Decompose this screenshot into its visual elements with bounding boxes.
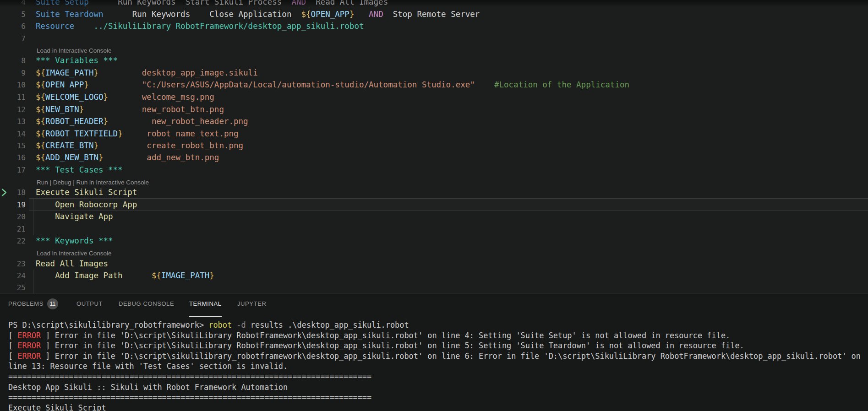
panel-tab-debug-console[interactable]: DEBUG CONSOLE xyxy=(119,294,174,316)
code-text[interactable]: ${WELCOME_LOGO} welcome_msg.png xyxy=(36,91,214,103)
problems-badge: 11 xyxy=(47,298,58,309)
code-line: 15${CREATE_BTN} create_robot_btn.png xyxy=(0,140,868,152)
code-text[interactable]: *** Keywords *** xyxy=(36,235,113,247)
code-text[interactable]: Navigate App xyxy=(36,211,113,223)
line-number: 21 xyxy=(0,223,26,235)
line-number: 8 xyxy=(0,54,26,67)
code-line: 24 Add Image Path ${IMAGE_PATH} xyxy=(0,270,868,282)
code-line: 13${ROBOT_HEADER} new_robot_header.png xyxy=(0,115,868,128)
code-line: 14${ROBOT_TEXTFIELD} robot_name_text.png xyxy=(0,128,868,140)
code-text[interactable]: ${IMAGE_PATH} desktop_app_image.sikuli xyxy=(36,67,258,79)
line-number: 16 xyxy=(0,151,26,164)
code-text[interactable]: *** Variables *** xyxy=(36,54,118,67)
code-text[interactable]: Open Robocorp App xyxy=(36,199,137,211)
line-number: 10 xyxy=(0,79,26,91)
code-line: 9${IMAGE_PATH} desktop_app_image.sikuli xyxy=(0,67,868,79)
code-text[interactable]: Add Image Path ${IMAGE_PATH} xyxy=(36,270,214,282)
line-number: 5 xyxy=(0,8,26,21)
panel-tab-terminal[interactable]: TERMINAL xyxy=(189,294,222,317)
code-line: 20 Navigate App xyxy=(0,211,868,223)
code-text[interactable]: ${ROBOT_HEADER} new_robot_header.png xyxy=(36,115,248,128)
code-text[interactable]: Read All Images xyxy=(36,258,108,270)
code-line: 10${OPEN_APP} "C:/Users/ASUS/AppData/Loc… xyxy=(0,79,868,91)
line-number: 20 xyxy=(0,211,26,223)
line-number: 4 xyxy=(0,0,26,8)
line-number: 7 xyxy=(0,32,26,45)
code-line: 21 xyxy=(0,223,868,235)
terminal-line: [ ERROR ] Error in file 'D:\script\Sikul… xyxy=(8,330,730,341)
code-text[interactable]: Suite Setup Run Keywords Start Sikuli Pr… xyxy=(36,0,388,8)
code-text[interactable]: ${CREATE_BTN} create_robot_btn.png xyxy=(36,140,243,152)
code-text[interactable]: Execute Sikuli Script xyxy=(36,186,137,199)
editor-pane[interactable]: 4Suite Setup Run Keywords Start Sikuli P… xyxy=(0,0,868,293)
code-line: 6Resource ../SikuliLibrary RobotFramewor… xyxy=(0,20,868,32)
line-number: 11 xyxy=(0,91,26,103)
code-text[interactable]: *** Test Cases *** xyxy=(36,164,123,176)
code-line: 22*** Keywords *** xyxy=(0,235,868,247)
code-line: 19 Open Robocorp App xyxy=(0,199,868,211)
code-line: 12${NEW_BTN} new_robot_btn.png xyxy=(0,103,868,116)
terminal-line: [ ERROR ] Error in file 'D:\script\sikul… xyxy=(8,351,861,362)
code-line: 8*** Variables *** xyxy=(0,54,868,67)
code-text[interactable]: ${NEW_BTN} new_robot_btn.png xyxy=(36,103,224,116)
indent-guide xyxy=(33,199,33,235)
terminal-line: Execute Sikuli Script xyxy=(8,403,106,411)
line-number: 15 xyxy=(0,140,26,152)
code-line: 23Read All Images xyxy=(0,258,868,270)
line-number: 6 xyxy=(0,20,26,32)
code-line: 5Suite Teardown Run Keywords Close Appli… xyxy=(0,8,868,21)
code-line: 7 xyxy=(0,32,868,45)
code-line: 11${WELCOME_LOGO} welcome_msg.png xyxy=(0,91,868,103)
line-number: 19 xyxy=(0,199,26,211)
line-number: 9 xyxy=(0,67,26,79)
run-test-icon[interactable] xyxy=(1,188,7,197)
line-number: 24 xyxy=(0,270,26,282)
code-text[interactable]: Resource ../SikuliLibrary RobotFramework… xyxy=(36,20,364,32)
code-line: 17*** Test Cases *** xyxy=(0,164,868,176)
line-number: 17 xyxy=(0,164,26,176)
line-number: 25 xyxy=(0,281,26,293)
indent-guide xyxy=(33,270,33,293)
vscode-window: 4Suite Setup Run Keywords Start Sikuli P… xyxy=(0,0,868,411)
terminal-line: [ ERROR ] Error in file 'D:\script\Sikul… xyxy=(8,341,744,351)
bottom-panel: PROBLEMSOUTPUTDEBUG CONSOLETERMINALJUPYT… xyxy=(0,293,868,411)
terminal-line: ========================================… xyxy=(8,392,371,403)
terminal-line: line 13: Resource file with 'Test Cases'… xyxy=(8,361,288,372)
code-text[interactable]: ${ROBOT_TEXTFIELD} robot_name_text.png xyxy=(36,128,239,140)
terminal-line: ========================================… xyxy=(8,372,371,382)
panel-tab-problems[interactable]: PROBLEMS xyxy=(8,294,44,316)
panel-tab-jupyter[interactable]: JUPYTER xyxy=(237,294,266,316)
code-line: 16${ADD_NEW_BTN} add_new_btn.png xyxy=(0,151,868,164)
panel-tab-output[interactable]: OUTPUT xyxy=(76,294,103,316)
terminal-line: Desktop App Sikuli :: Sikuli with Robot … xyxy=(8,382,288,393)
line-number: 23 xyxy=(0,258,26,270)
code-text[interactable]: ${ADD_NEW_BTN} add_new_btn.png xyxy=(36,151,219,164)
code-line: 18Execute Sikuli Script xyxy=(0,186,868,199)
code-line: 25 xyxy=(0,281,868,293)
line-number: 12 xyxy=(0,103,26,116)
code-line: 4Suite Setup Run Keywords Start Sikuli P… xyxy=(0,0,868,8)
code-text[interactable]: Suite Teardown Run Keywords Close Applic… xyxy=(36,8,480,21)
terminal-line: PS D:\script\sikulilibrary_robotframewor… xyxy=(8,320,409,330)
code-text[interactable]: ${OPEN_APP} "C:/Users/ASUS/AppData/Local… xyxy=(36,79,629,91)
line-number: 13 xyxy=(0,115,26,128)
line-number: 14 xyxy=(0,128,26,140)
line-number: 22 xyxy=(0,235,26,247)
